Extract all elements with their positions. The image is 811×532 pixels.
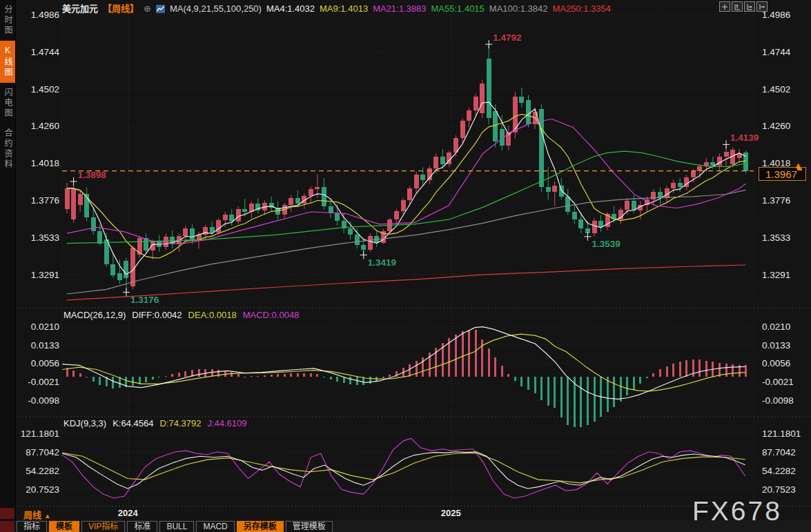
candle[interactable]: [473, 97, 478, 110]
axis-label: 1.4260: [31, 121, 59, 131]
macd-histogram-bar: [594, 377, 596, 422]
candle[interactable]: [242, 209, 247, 212]
zoom-vertical-icon[interactable]: [732, 1, 743, 12]
candle[interactable]: [592, 221, 597, 233]
line-chart-icon[interactable]: [156, 5, 165, 13]
candle[interactable]: [717, 157, 722, 166]
axis-label: -0.0021: [762, 377, 794, 387]
candle[interactable]: [110, 264, 115, 276]
macd-histogram-bar: [112, 377, 114, 388]
candle[interactable]: [414, 175, 419, 188]
candle[interactable]: [407, 188, 412, 201]
price-annotation: 1.3176: [130, 295, 159, 305]
candle[interactable]: [651, 192, 656, 199]
candle[interactable]: [572, 212, 577, 219]
candle[interactable]: [335, 213, 340, 221]
candle[interactable]: [433, 157, 438, 168]
toolbar-button-另存模板[interactable]: 另存模板: [237, 521, 284, 532]
candle[interactable]: [164, 237, 168, 248]
candle[interactable]: [289, 198, 293, 205]
candle[interactable]: [150, 242, 155, 250]
candle[interactable]: [519, 97, 524, 103]
candle[interactable]: [559, 186, 564, 197]
macd-histogram-bar: [349, 377, 351, 384]
candle[interactable]: [65, 188, 70, 209]
candle[interactable]: [309, 189, 313, 196]
macd-histogram-bar: [580, 377, 582, 427]
candle[interactable]: [625, 201, 629, 209]
candle[interactable]: [691, 171, 696, 177]
period-selector[interactable]: 周线 ▲: [23, 508, 51, 521]
candle[interactable]: [526, 100, 531, 125]
candle[interactable]: [223, 215, 228, 220]
candle[interactable]: [355, 235, 360, 244]
candle[interactable]: [190, 228, 195, 239]
candle[interactable]: [552, 186, 557, 192]
candle[interactable]: [236, 209, 241, 222]
candle[interactable]: [460, 121, 465, 139]
candle[interactable]: [315, 187, 320, 188]
toolbar-button-BULL[interactable]: BULL: [159, 521, 194, 532]
sidebar-tab-K线图[interactable]: K线图: [0, 41, 15, 83]
candle[interactable]: [124, 261, 128, 277]
candle[interactable]: [420, 175, 425, 181]
macd-title[interactable]: MACD(26,12,9): [63, 310, 126, 320]
toolbar-button-VIP指标[interactable]: VIP指标: [81, 521, 125, 532]
candle[interactable]: [493, 111, 498, 141]
candle[interactable]: [348, 228, 353, 235]
macd-histogram-bar: [303, 373, 305, 377]
candle[interactable]: [117, 273, 122, 280]
candle[interactable]: [678, 183, 683, 188]
candle[interactable]: [401, 200, 406, 211]
toolbar-button-标准[interactable]: 标准: [127, 521, 157, 532]
ma-line-MA21: [67, 119, 746, 244]
candle[interactable]: [322, 187, 326, 206]
price-up-arrow-base: [797, 168, 802, 170]
candle[interactable]: [427, 168, 432, 181]
candle[interactable]: [216, 220, 221, 233]
sidebar-tab-合约资料[interactable]: 合约资料: [0, 124, 15, 175]
chart-canvas[interactable]: 1.49861.49861.47441.47441.45021.45021.42…: [0, 0, 811, 532]
candle[interactable]: [203, 227, 208, 235]
macd-histogram-bar: [488, 348, 490, 377]
toolbar-button-指标[interactable]: 指标: [17, 521, 47, 532]
ma-settings-label[interactable]: MA(4,9,21,55,100,250): [170, 3, 262, 14]
toolbar-button-模板[interactable]: 模板: [49, 521, 79, 532]
candle[interactable]: [71, 189, 76, 219]
candle[interactable]: [480, 83, 485, 113]
period-tag[interactable]: 【周线】: [103, 3, 139, 14]
candle[interactable]: [361, 245, 366, 250]
macd-histogram-bar: [330, 377, 332, 380]
candle[interactable]: [394, 211, 399, 219]
toolbar-button-管理模板[interactable]: 管理模板: [286, 521, 333, 532]
candle[interactable]: [91, 217, 96, 231]
circle-plus-icon[interactable]: ⊕: [144, 3, 151, 14]
macd-histogram-bar: [527, 377, 529, 390]
macd-histogram-bar: [501, 366, 503, 377]
candle[interactable]: [724, 152, 729, 157]
toolbar-button-MACD[interactable]: MACD: [196, 521, 234, 532]
kdj-title[interactable]: KDJ(9,3,3): [63, 418, 106, 428]
candle[interactable]: [578, 219, 583, 228]
crosshair-icon[interactable]: [719, 1, 730, 12]
candle[interactable]: [440, 157, 445, 164]
candle[interactable]: [183, 228, 188, 235]
ma-value: MA100:1.3842: [489, 3, 548, 14]
candle[interactable]: [671, 183, 676, 188]
sidebar-tab-分时图[interactable]: 分时图: [0, 0, 15, 41]
axis-label: 1.4986: [31, 10, 59, 20]
candle[interactable]: [368, 236, 373, 250]
candle[interactable]: [97, 231, 102, 244]
sidebar-tab-闪电图[interactable]: 闪电图: [0, 83, 15, 124]
candle[interactable]: [295, 198, 300, 204]
candle[interactable]: [487, 59, 491, 119]
zoom-horizontal-icon[interactable]: [744, 1, 755, 12]
macd-histogram-bar: [132, 377, 134, 386]
candle[interactable]: [467, 110, 471, 120]
exit-right-icon[interactable]: [756, 1, 768, 12]
candle[interactable]: [546, 187, 551, 192]
ma-values: MA4:1.4032MA9:1.4013MA21:1.3883MA55:1.40…: [266, 3, 616, 14]
candle[interactable]: [78, 194, 83, 205]
candle[interactable]: [130, 248, 135, 286]
axis-label: 20.7523: [762, 484, 796, 495]
